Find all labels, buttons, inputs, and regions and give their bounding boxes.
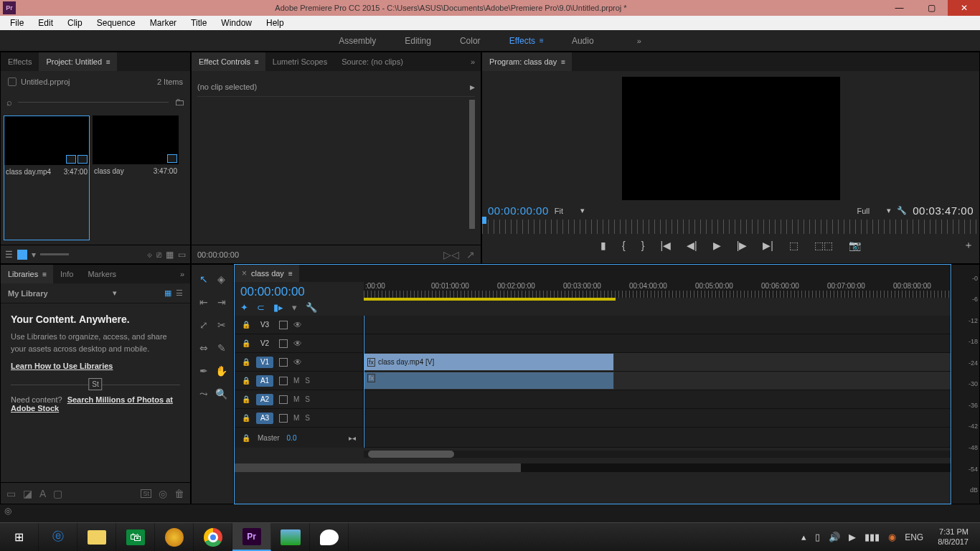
timeline-settings-icon[interactable]: ▾ — [292, 302, 297, 313]
lib-char-icon[interactable]: A — [39, 488, 46, 499]
taskbar-dragon[interactable] — [155, 523, 194, 551]
track-header-a1[interactable]: 🔒A1MS — [235, 372, 363, 390]
slide-tool[interactable]: ✎ — [215, 341, 229, 355]
workspace-effects[interactable]: Effects≡ — [509, 36, 543, 46]
bin-item[interactable]: class day3:47:00 — [93, 116, 179, 240]
grid-view-icon[interactable]: ▦ — [164, 288, 171, 298]
tab-effects[interactable]: Effects — [1, 52, 39, 71]
step-back-icon[interactable]: ◀| — [687, 240, 697, 251]
workspace-overflow[interactable]: » — [637, 37, 641, 45]
program-time-ruler[interactable] — [482, 220, 979, 234]
resolution-dropdown[interactable]: Full▾ — [857, 206, 892, 215]
learn-libraries-link[interactable]: Learn How to Use Libraries — [11, 362, 113, 370]
type-tool[interactable]: ⤳ — [197, 387, 211, 401]
bin-item[interactable]: class day.mp43:47:00 — [4, 116, 90, 240]
library-dropdown[interactable]: My Library — [8, 289, 48, 298]
master-meter-icon[interactable]: ▸◂ — [349, 434, 356, 442]
tab-project[interactable]: Project: Untitled≡ — [39, 52, 117, 71]
loop-icon[interactable]: ↗ — [466, 249, 475, 260]
rate-stretch-tool[interactable]: ⤢ — [197, 318, 211, 332]
tray-clock[interactable]: 7:31 PM 8/8/2017 — [932, 527, 974, 546]
mute-button[interactable]: M — [293, 377, 299, 385]
out-point-icon[interactable]: } — [641, 240, 645, 251]
playhead[interactable] — [364, 316, 364, 448]
slip-tool[interactable]: ⇔ — [197, 341, 211, 355]
cc-cloud-icon[interactable]: ◎ — [4, 506, 11, 516]
timeline-lanes[interactable]: fxclass day.mp4 [V] fx — [364, 316, 951, 448]
lock-icon[interactable]: 🔒 — [242, 395, 250, 403]
hand-tool[interactable]: ✋ — [215, 364, 229, 378]
menu-edit[interactable]: Edit — [31, 18, 60, 28]
taskbar-chrome[interactable] — [194, 523, 232, 551]
cc-sync-icon[interactable]: ◎ — [159, 488, 167, 499]
zoom-fit-dropdown[interactable]: Fit▾ — [555, 206, 585, 215]
search-input[interactable] — [18, 102, 169, 103]
master-track-header[interactable]: 🔒Master0.0▸◂ — [235, 428, 363, 448]
mute-button[interactable]: M — [293, 414, 299, 422]
extract-icon[interactable]: ⬚⬚ — [814, 240, 833, 251]
tray-volume-icon[interactable]: 🔊 — [829, 532, 840, 542]
menu-title[interactable]: Title — [184, 18, 214, 28]
lane-v3[interactable] — [364, 316, 951, 334]
lib-look-icon[interactable]: ▢ — [53, 488, 62, 499]
tab-libraries[interactable]: Libraries≡ — [1, 265, 53, 283]
wrench-icon[interactable]: 🔧 — [306, 302, 317, 313]
workspace-editing[interactable]: Editing — [405, 36, 431, 46]
lock-icon[interactable]: 🔒 — [242, 358, 250, 366]
work-area-bar[interactable] — [364, 298, 616, 301]
go-to-out-icon[interactable]: ▶| — [763, 240, 773, 251]
menu-marker[interactable]: Marker — [143, 18, 184, 28]
sync-lock-icon[interactable] — [279, 321, 288, 329]
video-clip[interactable]: fxclass day.mp4 [V] — [364, 353, 614, 371]
search-icon[interactable]: ⌕ — [6, 97, 12, 108]
expand-arrow-icon[interactable]: ▸ — [470, 81, 475, 93]
lib-folder-icon[interactable]: ▭ — [6, 488, 16, 499]
lock-icon[interactable]: 🔒 — [242, 377, 250, 385]
lane-a1[interactable]: fx — [364, 372, 951, 390]
eye-icon[interactable]: 👁 — [293, 339, 302, 349]
audio-clip[interactable]: fx — [364, 372, 614, 390]
sync-lock-icon[interactable] — [279, 339, 288, 348]
track-header-a2[interactable]: 🔒A2MS — [235, 390, 363, 409]
razor-tool[interactable]: ✂ — [215, 318, 229, 332]
tray-battery-icon[interactable]: ▯ — [815, 532, 820, 542]
lane-a2[interactable] — [364, 390, 951, 409]
track-header-v3[interactable]: 🔒V3👁 — [235, 316, 363, 334]
taskbar-ie[interactable]: ⓔ — [39, 523, 77, 551]
button-editor-icon[interactable]: ＋ — [963, 239, 974, 252]
tab-sequence[interactable]: ×class day≡ — [235, 265, 299, 282]
tab-lumetri-scopes[interactable]: Lumetri Scopes — [265, 52, 334, 71]
workspace-audio[interactable]: Audio — [572, 36, 594, 46]
tab-program[interactable]: Program: class day≡ — [482, 52, 572, 71]
tab-markers[interactable]: Markers — [80, 265, 123, 283]
marker-icon[interactable]: ▮ — [600, 240, 606, 251]
lock-icon[interactable]: 🔒 — [242, 339, 250, 347]
lane-a3[interactable] — [364, 409, 951, 428]
linked-selection-icon[interactable]: ⊂ — [257, 302, 265, 313]
program-video-display[interactable] — [622, 77, 840, 200]
tray-app-icon[interactable]: ◉ — [888, 532, 896, 542]
scrollbar[interactable] — [469, 100, 475, 229]
lock-icon[interactable]: 🔒 — [242, 414, 250, 422]
in-point-icon[interactable]: { — [622, 240, 626, 251]
sync-lock-icon[interactable] — [279, 414, 288, 423]
track-header-v1[interactable]: 🔒V1👁 — [235, 353, 363, 372]
menu-sequence[interactable]: Sequence — [90, 18, 143, 28]
workspace-color[interactable]: Color — [460, 36, 481, 46]
lane-v1[interactable]: fxclass day.mp4 [V] — [364, 353, 951, 372]
zoom-slider[interactable] — [40, 253, 69, 255]
tray-flag-icon[interactable]: ▶ — [849, 532, 856, 542]
go-to-in-icon[interactable]: |◀ — [660, 240, 671, 251]
new-bin-button[interactable]: ▭ — [178, 250, 186, 260]
horizontal-scrollbar[interactable] — [235, 463, 951, 472]
lane-master[interactable] — [364, 428, 951, 448]
tray-network-icon[interactable]: ▮▮▮ — [864, 532, 880, 542]
mute-button[interactable]: M — [293, 395, 299, 403]
chevron-down-icon[interactable]: ▾ — [113, 288, 117, 298]
sort-icon[interactable]: ⟐ — [147, 250, 152, 260]
snap-icon[interactable]: ✦ — [240, 302, 248, 313]
step-forward-icon[interactable]: |▶ — [737, 240, 748, 251]
workspace-assembly[interactable]: Assembly — [339, 36, 376, 46]
toggle-animation-icon[interactable]: ▷◁ — [443, 249, 459, 260]
taskbar-premiere[interactable]: Pr — [232, 523, 271, 551]
